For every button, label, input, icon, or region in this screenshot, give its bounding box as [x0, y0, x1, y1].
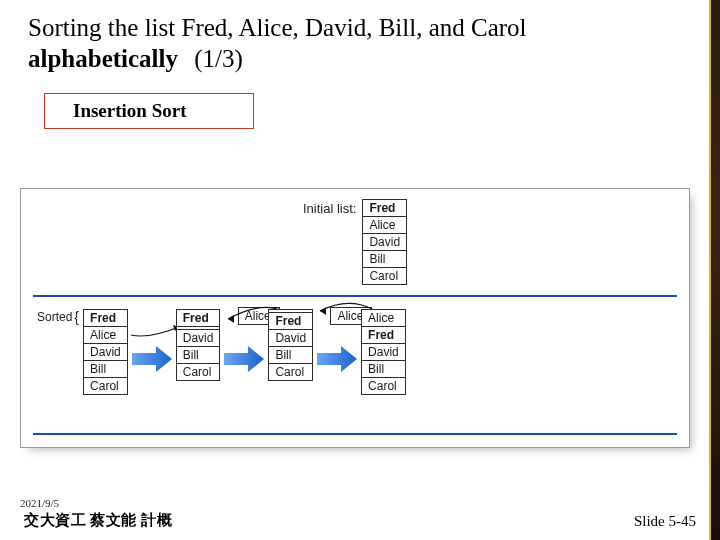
- list-cell: Bill: [176, 346, 221, 363]
- list-cell: Bill: [362, 250, 407, 267]
- list-cell: Alice: [361, 309, 406, 326]
- list-cell: Bill: [268, 346, 313, 363]
- step-stack: Alice Fred David Bill Carol: [361, 309, 406, 395]
- footer-credit: 交大資工 蔡文能 計概: [24, 511, 172, 530]
- footer-date: 2021/9/5: [20, 497, 696, 509]
- step-4: Alice Fred David Bill Carol: [361, 309, 406, 395]
- brace-icon: {: [74, 310, 79, 324]
- decorative-stripe: [710, 0, 720, 540]
- list-cell: Fred: [176, 309, 221, 326]
- section-divider: [33, 295, 677, 297]
- step-2: Fred David Bill Carol Alice: [176, 309, 221, 381]
- step-stack: Fred Alice David Bill Carol: [83, 309, 128, 395]
- algorithm-name-box: Insertion Sort: [44, 93, 254, 129]
- list-cell: Fred: [83, 309, 128, 326]
- list-cell: Bill: [83, 360, 128, 377]
- title-part: (1/3): [194, 45, 243, 72]
- footer: 2021/9/5 交大資工 蔡文能 計概 Slide 5-45: [0, 497, 720, 540]
- list-cell: Alice: [83, 326, 128, 343]
- title-line: Sorting the list Fred, Alice, David, Bil…: [28, 14, 527, 41]
- initial-list-label: Initial list:: [303, 199, 356, 216]
- slide-title: Sorting the list Fred, Alice, David, Bil…: [28, 12, 700, 75]
- slide: Sorting the list Fred, Alice, David, Bil…: [0, 0, 720, 540]
- step-stack: Fred David Bill Carol: [268, 309, 313, 381]
- list-cell: Bill: [361, 360, 406, 377]
- list-cell: David: [176, 329, 221, 346]
- algorithm-name: Insertion Sort: [73, 100, 186, 121]
- step-stack: Fred David Bill Carol: [176, 309, 221, 381]
- sorted-label: Sorted {: [37, 309, 79, 324]
- step-1: Fred Alice David Bill Carol: [83, 309, 128, 395]
- list-cell: Carol: [361, 377, 406, 395]
- list-cell: Carol: [176, 363, 221, 381]
- list-cell: Fred: [268, 312, 313, 329]
- initial-stack: Fred Alice David Bill Carol: [362, 199, 407, 285]
- list-cell: Carol: [362, 267, 407, 285]
- list-cell: David: [361, 343, 406, 360]
- slide-number: Slide 5-45: [634, 513, 696, 530]
- list-cell: Fred: [362, 199, 407, 216]
- list-cell: Carol: [83, 377, 128, 395]
- section-divider: [33, 433, 677, 435]
- step-3: Fred David Bill Carol Alice: [268, 309, 313, 381]
- list-cell: Fred: [361, 326, 406, 343]
- list-cell: Carol: [268, 363, 313, 381]
- list-cell: David: [362, 233, 407, 250]
- title-emphasis: alphabetically: [28, 45, 178, 72]
- transition-arrow-icon: [128, 309, 176, 373]
- list-cell: David: [268, 329, 313, 346]
- list-cell: Alice: [362, 216, 407, 233]
- diagram-panel: Initial list: Fred Alice David Bill Caro…: [20, 188, 690, 448]
- list-cell: David: [83, 343, 128, 360]
- initial-section: Initial list: Fred Alice David Bill Caro…: [33, 199, 677, 285]
- steps-row: Sorted { Fred Alice David Bill Carol: [33, 309, 677, 419]
